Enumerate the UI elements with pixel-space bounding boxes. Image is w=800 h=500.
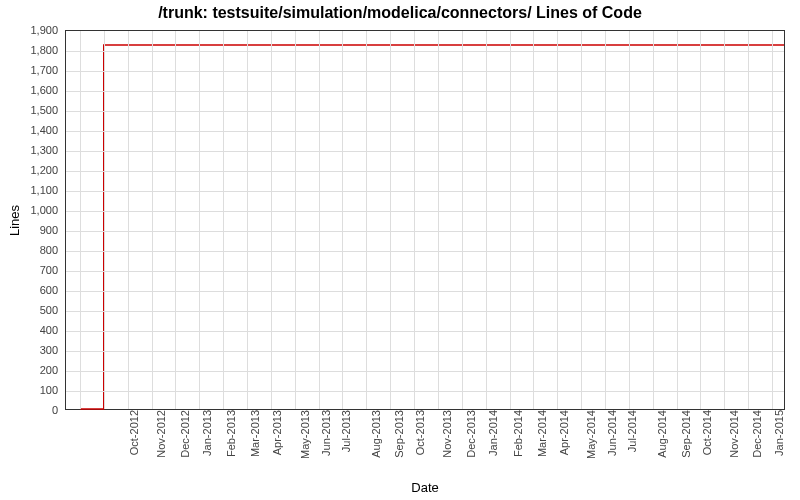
- v-gridline: [223, 31, 224, 409]
- v-gridline: [557, 31, 558, 409]
- y-tick-label: 200: [40, 364, 58, 376]
- v-gridline: [199, 31, 200, 409]
- x-tick-label: Jan-2014: [487, 410, 499, 456]
- y-tick-label: 0: [52, 404, 58, 416]
- v-gridline: [677, 31, 678, 409]
- y-tick-label: 1,800: [30, 44, 58, 56]
- x-tick-label: Jun-2014: [606, 410, 618, 456]
- v-gridline: [128, 31, 129, 409]
- y-tick-label: 1,400: [30, 124, 58, 136]
- y-tick-label: 500: [40, 304, 58, 316]
- v-gridline: [342, 31, 343, 409]
- x-tick-label: May-2013: [299, 410, 311, 459]
- v-gridline: [581, 31, 582, 409]
- v-gridline: [510, 31, 511, 409]
- v-gridline: [247, 31, 248, 409]
- x-axis: Oct-2012Nov-2012Dec-2012Jan-2013Feb-2013…: [65, 410, 785, 480]
- y-tick-label: 1,700: [30, 64, 58, 76]
- v-gridline: [414, 31, 415, 409]
- y-axis: 01002003004005006007008009001,0001,1001,…: [0, 30, 62, 410]
- v-gridline: [533, 31, 534, 409]
- y-tick-label: 800: [40, 244, 58, 256]
- x-tick-label: Feb-2013: [226, 410, 238, 457]
- x-tick-label: Mar-2014: [536, 410, 548, 457]
- x-tick-label: Jan-2015: [773, 410, 785, 456]
- x-tick-label: May-2014: [585, 410, 597, 459]
- x-tick-label: Aug-2014: [656, 410, 668, 458]
- v-gridline: [700, 31, 701, 409]
- v-gridline: [438, 31, 439, 409]
- x-tick-label: Oct-2012: [128, 410, 140, 455]
- y-tick-label: 400: [40, 324, 58, 336]
- x-tick-label: Feb-2014: [512, 410, 524, 457]
- y-tick-label: 1,500: [30, 104, 58, 116]
- x-axis-label: Date: [65, 480, 785, 495]
- y-tick-label: 1,200: [30, 164, 58, 176]
- v-gridline: [486, 31, 487, 409]
- chart-container: /trunk: testsuite/simulation/modelica/co…: [0, 0, 800, 500]
- v-gridline: [462, 31, 463, 409]
- v-gridline: [80, 31, 81, 409]
- y-tick-label: 700: [40, 264, 58, 276]
- x-tick-label: Jul-2013: [340, 410, 352, 452]
- v-gridline: [271, 31, 272, 409]
- v-gridline: [319, 31, 320, 409]
- x-tick-label: Dec-2012: [178, 410, 190, 458]
- x-tick-label: Dec-2013: [465, 410, 477, 458]
- y-tick-label: 1,300: [30, 144, 58, 156]
- v-gridline: [605, 31, 606, 409]
- v-gridline: [653, 31, 654, 409]
- y-tick-label: 100: [40, 384, 58, 396]
- v-gridline: [366, 31, 367, 409]
- plot-area: [65, 30, 785, 410]
- x-tick-label: Sep-2014: [680, 410, 692, 458]
- v-gridline: [295, 31, 296, 409]
- x-tick-label: Oct-2013: [415, 410, 427, 455]
- x-tick-label: Mar-2013: [249, 410, 261, 457]
- x-tick-label: Jan-2013: [200, 410, 212, 456]
- x-tick-label: Nov-2012: [155, 410, 167, 458]
- y-tick-label: 300: [40, 344, 58, 356]
- x-tick-label: Jul-2014: [626, 410, 638, 452]
- v-gridline: [390, 31, 391, 409]
- v-gridline: [724, 31, 725, 409]
- v-gridline: [772, 31, 773, 409]
- y-tick-label: 1,000: [30, 204, 58, 216]
- y-tick-label: 1,100: [30, 184, 58, 196]
- x-tick-label: Apr-2013: [271, 410, 283, 455]
- x-tick-label: Jun-2013: [320, 410, 332, 456]
- v-gridline: [175, 31, 176, 409]
- series-line: [80, 45, 784, 409]
- v-gridline: [629, 31, 630, 409]
- x-tick-label: Nov-2013: [441, 410, 453, 458]
- y-tick-label: 1,900: [30, 24, 58, 36]
- y-tick-label: 1,600: [30, 84, 58, 96]
- x-tick-label: Dec-2014: [751, 410, 763, 458]
- y-tick-label: 600: [40, 284, 58, 296]
- x-tick-label: Apr-2014: [558, 410, 570, 455]
- x-tick-label: Aug-2013: [369, 410, 381, 458]
- v-gridline: [152, 31, 153, 409]
- v-gridline: [104, 31, 105, 409]
- y-tick-label: 900: [40, 224, 58, 236]
- v-gridline: [748, 31, 749, 409]
- chart-title: /trunk: testsuite/simulation/modelica/co…: [0, 4, 800, 22]
- x-tick-label: Sep-2013: [393, 410, 405, 458]
- x-tick-label: Nov-2014: [727, 410, 739, 458]
- x-tick-label: Oct-2014: [701, 410, 713, 455]
